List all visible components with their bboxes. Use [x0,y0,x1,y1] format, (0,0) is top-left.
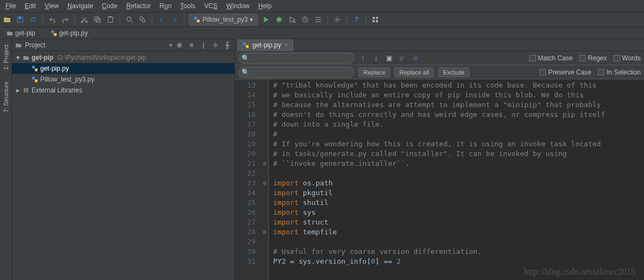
open-icon[interactable] [2,15,12,24]
svg-point-13 [336,18,338,21]
fold-gutter: ⊖⊖⊖ [261,79,269,280]
search-icon: 🔍 [242,54,250,62]
find-icon[interactable] [125,15,134,24]
gear-icon[interactable] [411,53,420,63]
words-checkbox[interactable]: Words [614,54,641,62]
tree-external-libs[interactable]: ▸ External Libraries [12,85,234,96]
gear-icon[interactable] [212,41,219,49]
help-icon[interactable]: ? [351,15,361,24]
project-tree: ▾ get-pip G:\PycharmWorkspace\get-pip ge… [12,51,234,280]
sidebar-tab-project[interactable]: 1: Project [2,41,10,73]
menu-help[interactable]: Help [255,1,275,11]
libraries-icon [23,87,29,94]
svg-rect-5 [108,17,113,22]
menu-vcs[interactable]: VCS [201,1,221,11]
svg-rect-19 [24,88,25,92]
svg-point-18 [214,44,216,46]
search-everywhere-icon[interactable] [370,15,380,24]
search-icon: 🔍 [242,69,250,76]
project-panel-header: Project ▾ ⊕ ≡ | ╫ [12,39,234,51]
project-panel: Project ▾ ⊕ ≡ | ╫ ▾ get-pip G:\PycharmWo… [12,39,235,280]
svg-rect-17 [376,20,378,22]
menu-code[interactable]: Code [98,1,121,11]
filter-icon[interactable]: ⩒ [398,54,406,62]
debug-icon[interactable] [274,15,284,24]
menu-view[interactable]: View [41,1,62,11]
menu-window[interactable]: Window [223,1,253,11]
profile-icon[interactable] [300,15,310,24]
in-selection-checkbox[interactable]: In Selection [598,69,641,76]
forward-icon[interactable] [170,15,179,24]
svg-rect-20 [26,88,27,92]
crumb-file[interactable]: get-pip.py [47,29,91,37]
crumb-root[interactable]: get-pip [3,29,39,37]
expand-icon[interactable]: ▸ [15,86,21,94]
tree-file[interactable]: Pillow_test_py3.py [12,74,234,85]
run-icon[interactable] [261,15,271,24]
back-icon[interactable] [157,15,166,24]
folder-icon [7,30,13,36]
match-case-checkbox[interactable]: Match Case [529,54,573,62]
editor-tab-label: get-pip.py [252,41,281,49]
expand-icon[interactable]: ▾ [15,54,21,61]
chevron-down-icon[interactable]: ▾ [169,41,172,49]
svg-rect-15 [376,17,378,19]
panel-title: Project [25,41,166,49]
sidebar-tab-structure[interactable]: 7: Structure [2,78,10,116]
replace-button[interactable]: Replace [358,67,390,77]
prev-match-icon[interactable]: ↑ [358,54,367,62]
separator-icon: | [200,41,207,49]
tree-root-name: get-pip [32,54,53,61]
run-config-select[interactable]: Pillow_test_py3 ▾ [189,14,258,26]
tree-file[interactable]: get-pip.py [12,63,234,74]
tree-external-label: External Libraries [32,86,82,94]
menu-refactor[interactable]: Refactor [123,1,154,11]
svg-point-9 [142,19,145,22]
folder-icon [23,54,29,61]
crumb-separator-icon: 〉 [40,28,46,38]
next-match-icon[interactable]: ↓ [371,54,380,62]
copy-icon[interactable] [92,15,102,24]
svg-point-11 [293,21,295,23]
code-area[interactable]: 13141516171819202122232425262728293031 ⊖… [235,79,644,280]
crumb-file-label: get-pip.py [59,29,88,37]
cut-icon[interactable] [79,15,89,24]
settings-icon[interactable] [332,15,342,24]
paste-icon[interactable] [106,15,115,24]
menu-tools[interactable]: Tools [177,1,199,11]
redo-icon[interactable] [60,15,70,24]
replace-icon[interactable] [138,15,147,24]
preserve-case-checkbox[interactable]: Preserve Case [540,69,591,76]
find-input[interactable] [238,53,354,64]
svg-rect-21 [27,88,28,92]
close-icon[interactable]: × [284,41,288,49]
editor-tabs: get-pip.py × [235,39,644,51]
editor-tab[interactable]: get-pip.py × [237,39,294,51]
menu-navigate[interactable]: Navigate [64,1,96,11]
collapse-all-icon[interactable]: ≡ [188,41,195,49]
concurrent-icon[interactable] [313,15,323,24]
locate-icon[interactable]: ⊕ [176,41,183,49]
tree-root[interactable]: ▾ get-pip G:\PycharmWorkspace\get-pip [12,52,234,63]
main-row: 1: Project 7: Structure Project ▾ ⊕ ≡ | … [0,39,644,280]
sync-icon[interactable] [28,15,38,24]
exclude-button[interactable]: Exclude [438,67,469,77]
svg-point-10 [277,17,281,22]
menu-file[interactable]: File [2,1,19,11]
svg-rect-6 [109,16,112,17]
coverage-icon[interactable] [287,15,297,24]
replace-input[interactable] [238,67,354,78]
tree-file-label: Pillow_test_py3.py [40,76,94,83]
code-body[interactable]: # "tribal knowledge" that has been encod… [269,79,644,280]
hide-panel-icon[interactable]: ╫ [224,41,231,49]
menu-edit[interactable]: Edit [21,1,39,11]
project-icon [15,42,22,48]
regex-checkbox[interactable]: Regex [579,54,607,62]
replace-all-button[interactable]: Replace all [394,67,434,77]
crumb-separator-icon: 〉 [92,28,98,38]
undo-icon[interactable] [47,15,57,24]
save-icon[interactable] [15,15,25,24]
menu-run[interactable]: Run [156,1,175,11]
select-all-icon[interactable]: ▣ [385,54,393,62]
breadcrumb-bar: get-pip 〉 get-pip.py 〉 [0,27,644,39]
